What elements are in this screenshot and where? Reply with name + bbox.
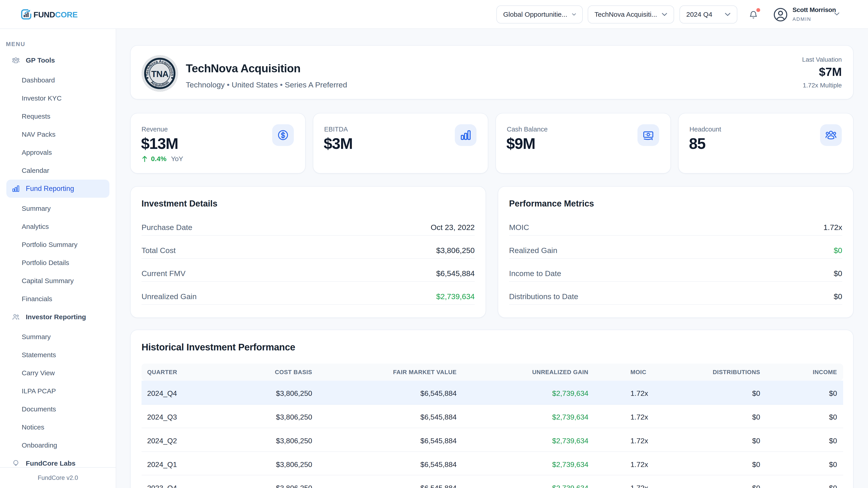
svg-text:TNA: TNA xyxy=(151,69,168,79)
